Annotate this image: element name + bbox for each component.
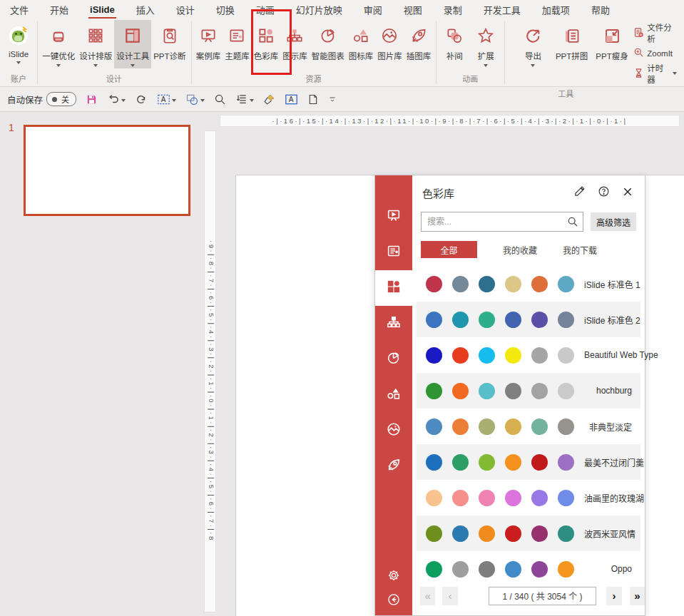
color-swatch [426,419,442,435]
color-scheme-row[interactable]: iSlide 标准色 1 [417,266,640,302]
menu-view[interactable]: 视图 [404,3,422,16]
menu-bar: 文件 开始 iSlide 插入 设计 切换 动画 幻灯片放映 审阅 视图 录制 … [0,0,684,19]
page-indicator[interactable]: 1 / 340 ( 共 3054 个 ) [489,587,597,605]
menu-islide[interactable]: iSlide [90,4,115,15]
case-library-button[interactable]: 案例库 [194,20,223,63]
picture-library-button[interactable]: 图片库 [375,20,404,63]
first-page-button[interactable]: « [420,587,435,605]
help-icon[interactable] [598,185,610,200]
color-swatch [426,347,442,364]
islide-account-button[interactable]: iSlide [3,20,34,66]
menu-record[interactable]: 录制 [444,3,462,16]
color-scheme-row[interactable]: hochburg [417,373,640,409]
nav-picture-library[interactable] [375,413,412,448]
file-analysis-button[interactable]: 文件分析 [633,21,677,44]
color-library-icon [257,24,275,48]
menu-home[interactable]: 开始 [50,3,68,16]
icon-library-button[interactable]: 图标库 [347,20,376,63]
format-painter-button[interactable] [263,93,275,106]
picture-library-icon [386,421,402,440]
menu-file[interactable]: 文件 [10,3,29,16]
slide-thumbnail[interactable] [24,125,190,216]
redo-button[interactable] [135,93,148,106]
shapes-button[interactable] [185,93,205,106]
color-scheme-row[interactable]: Oppo [417,551,640,587]
slide-number: 1 [9,122,14,133]
menu-insert[interactable]: 插入 [136,3,155,16]
diagram-library-button[interactable]: 图示库 [280,20,310,63]
menu-transitions[interactable]: 切换 [216,3,235,16]
tab-all[interactable]: 全部 [421,241,477,258]
menu-animations[interactable]: 动画 [256,3,275,16]
color-scheme-row[interactable]: iSlide 标准色 2 [417,302,640,337]
nav-case-library[interactable] [375,199,412,235]
color-scheme-row[interactable]: 油画里的玫瑰湖 [417,480,640,515]
color-scheme-row[interactable]: 最美不过闭门羹 [417,444,640,480]
autosave-toggle[interactable]: 自动保存 关 [7,92,76,106]
optimize-icon [49,24,68,48]
ppt-jigsaw-button[interactable]: PPT拼图 [554,20,588,63]
advanced-filter-button[interactable]: 高级筛选 [591,212,636,231]
zoomit-button[interactable]: ZoomIt [633,47,677,59]
settings-button[interactable] [387,568,401,585]
color-swatch [426,383,442,399]
nav-color-library[interactable] [375,270,412,306]
close-icon[interactable] [622,186,633,200]
save-button[interactable] [86,93,98,106]
horizontal-ruler[interactable]: ·|·16·|·15·|·14·|·13·|·12·|·11·|·10·|·9·… [220,115,680,127]
icon-library-icon [386,386,402,404]
ppt-diagnosis-button[interactable]: PPT诊断 [151,20,188,63]
new-file-button[interactable] [307,93,319,106]
theme-library-button[interactable]: 主题库 [223,20,252,63]
chevron-down-icon [93,64,98,67]
nav-theme-library[interactable] [375,235,412,270]
nav-diagram-library[interactable] [375,306,412,342]
design-layout-button[interactable]: 设计排版 [77,20,114,68]
search-icon[interactable] [567,216,578,230]
one-key-optimize-button[interactable]: 一键优化 [40,20,77,68]
textbox-border-button[interactable]: A [285,93,298,106]
color-scheme-row[interactable]: 波西米亚风情 [417,515,640,551]
color-swatch [452,312,469,328]
prev-page-button[interactable]: ‹ [442,587,457,605]
nav-smart-chart[interactable] [375,342,412,377]
menu-addins[interactable]: 加载项 [542,3,570,16]
tab-my-downloads[interactable]: 我的下载 [563,244,597,256]
nav-illustration-library[interactable] [375,448,412,484]
collapse-panel-button[interactable] [387,592,401,610]
color-library-button[interactable]: 色彩库 [252,20,281,63]
nav-icon-library[interactable] [375,377,412,413]
chevron-down-icon [56,64,61,67]
search-input[interactable] [421,212,583,232]
vertical-ruler[interactable]: ·9·|·8·|·7·|·6·|·5·|·4·|·3·|·2·|·1·|·0·|… [204,130,216,612]
last-page-button[interactable]: » [630,587,645,605]
design-tools-button[interactable]: 设计工具 [114,20,151,68]
timer-button[interactable]: 计时器 [633,62,677,85]
color-scheme-row[interactable]: Beautiful Web Type [417,337,640,373]
extensions-button[interactable]: 扩展 [470,20,501,68]
ppt-slim-button[interactable]: PPT瘦身 [595,20,629,63]
menu-slideshow[interactable]: 幻灯片放映 [296,3,342,16]
edit-pencil-icon[interactable] [573,185,586,200]
undo-button[interactable] [107,93,126,106]
find-button[interactable] [214,93,226,106]
smart-chart-button[interactable]: 智能图表 [310,20,347,63]
color-swatch [479,490,495,506]
color-scheme-row[interactable]: 非典型淡定 [417,409,640,444]
menu-design[interactable]: 设计 [176,3,195,16]
tween-button[interactable]: 补间 [439,20,470,63]
color-swatch [452,454,469,471]
menu-developer[interactable]: 开发工具 [484,3,521,16]
textbox-button[interactable]: A [157,93,176,106]
group-label-animation: 动画 [439,71,501,86]
illustration-library-button[interactable]: 插图库 [404,20,434,63]
next-page-button[interactable]: › [606,587,621,605]
menu-help[interactable]: 帮助 [591,3,610,16]
toolbar-overflow-button[interactable] [328,95,337,103]
menu-review[interactable]: 审阅 [364,3,382,16]
color-swatch [426,525,442,542]
group-label-resources: 资源 [194,71,434,86]
paragraph-layout-button[interactable] [235,93,254,106]
tab-my-favorites[interactable]: 我的收藏 [503,244,537,256]
export-button[interactable]: 导出 [517,20,548,68]
